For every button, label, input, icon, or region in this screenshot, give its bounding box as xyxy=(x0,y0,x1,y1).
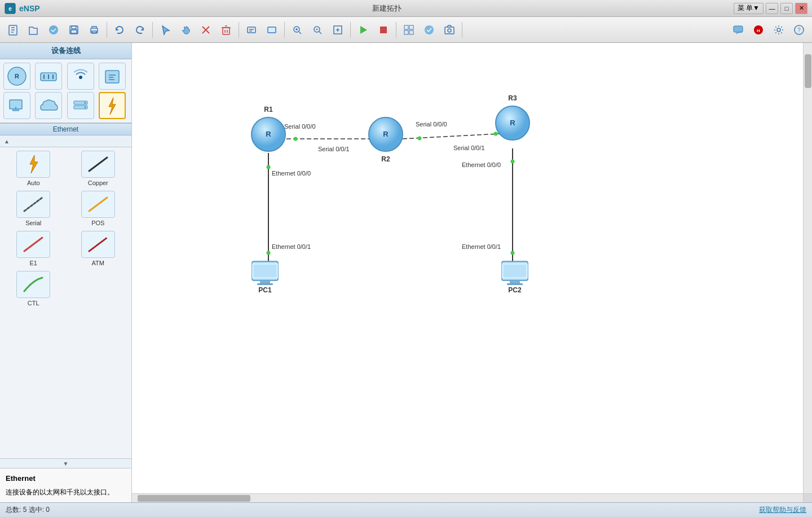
svg-rect-23 xyxy=(734,26,743,32)
huawei-button[interactable]: H xyxy=(749,20,768,40)
toolbar-sep-4 xyxy=(284,22,285,38)
menu-button[interactable]: 菜 单▼ xyxy=(734,3,764,14)
window-title: 新建拓扑 xyxy=(40,3,734,14)
cable-serial[interactable]: Serial xyxy=(3,191,64,226)
cable-e1[interactable]: E1 xyxy=(3,231,64,266)
cable-grid-container[interactable]: Auto Copper Serial xyxy=(0,147,131,458)
device-wireless-button[interactable] xyxy=(67,63,94,90)
maximize-button[interactable]: □ xyxy=(780,3,793,14)
vertical-scrollbar[interactable] xyxy=(803,43,812,493)
cable-atm-icon xyxy=(81,231,115,258)
device-storage-button[interactable] xyxy=(67,92,94,119)
device-firewall-button[interactable] xyxy=(99,63,126,90)
toolbar-sep-2 xyxy=(152,22,153,38)
device-switch-button[interactable] xyxy=(35,63,62,90)
print-button[interactable] xyxy=(85,20,104,40)
zoom-out-button[interactable] xyxy=(308,20,327,40)
save-as-button[interactable] xyxy=(44,20,63,40)
horizontal-scrollbar[interactable] xyxy=(132,493,803,502)
help-button[interactable]: ? xyxy=(789,20,809,40)
close-button[interactable]: ✕ xyxy=(795,3,807,14)
redo-button[interactable] xyxy=(130,20,149,40)
svg-text:R2: R2 xyxy=(381,155,390,163)
node-r1[interactable]: R R1 xyxy=(251,106,285,151)
status-left: 总数: 5 选中: 0 xyxy=(6,505,50,515)
link-r1-pc1-dot2 xyxy=(267,251,271,255)
toolbar-sep-1 xyxy=(107,22,107,38)
device-pc-button[interactable] xyxy=(3,92,30,119)
device-router-button[interactable]: R xyxy=(3,63,30,90)
statusbar: 总数: 5 选中: 0 获取帮助与反馈 xyxy=(0,502,812,517)
cable-copper-icon xyxy=(81,151,115,178)
label-r1-eth-top: Ethernet 0/0/0 xyxy=(272,170,311,177)
svg-text:e: e xyxy=(8,6,12,12)
label-r1-serial-top: Serial 0/0/0 xyxy=(284,123,316,130)
cable-ctl-label: CTL xyxy=(28,300,39,306)
label-r2-r3-serial-top: Serial 0/0/0 xyxy=(416,121,447,128)
svg-text:H: H xyxy=(757,28,760,33)
zoom-in-button[interactable] xyxy=(288,20,307,40)
svg-rect-60 xyxy=(260,281,270,283)
svg-rect-11 xyxy=(268,27,276,33)
titlebar: e eNSP 新建拓扑 菜 单▼ — □ ✕ xyxy=(0,0,812,17)
toolbar-sep-3 xyxy=(239,22,239,38)
sidebar: 设备连线 R xyxy=(0,43,132,502)
topology-svg: Serial 0/0/0 Serial 0/0/1 Serial 0/0/0 S… xyxy=(132,43,803,493)
device-auto-link-button[interactable] xyxy=(99,92,126,119)
svg-text:R3: R3 xyxy=(508,94,517,102)
new-button[interactable] xyxy=(3,20,23,40)
device-cloud-button[interactable] xyxy=(35,92,62,119)
stop-button[interactable] xyxy=(374,20,393,40)
capture-button[interactable] xyxy=(420,20,439,40)
cable-serial-icon xyxy=(16,191,50,218)
horizontal-scroll-thumb xyxy=(138,495,250,502)
node-pc1[interactable]: PC1 xyxy=(252,261,278,294)
svg-text:R: R xyxy=(510,119,515,127)
svg-rect-65 xyxy=(504,265,526,277)
canvas-area[interactable]: Serial 0/0/0 Serial 0/0/1 Serial 0/0/0 S… xyxy=(132,43,812,502)
scroll-corner xyxy=(803,493,812,502)
minimize-button[interactable]: — xyxy=(766,3,778,14)
chat-button[interactable] xyxy=(729,20,748,40)
svg-line-42 xyxy=(89,157,107,171)
svg-point-26 xyxy=(777,28,780,32)
link-r2-r3-dot1 xyxy=(418,137,422,141)
undo-button[interactable] xyxy=(110,20,129,40)
delete2-button[interactable] xyxy=(217,20,236,40)
cable-pos[interactable]: POS xyxy=(68,191,129,226)
cable-atm[interactable]: ATM xyxy=(68,231,129,266)
svg-text:PC1: PC1 xyxy=(258,286,272,294)
fit-button[interactable] xyxy=(328,20,347,40)
hand-button[interactable] xyxy=(176,20,195,40)
save-button[interactable] xyxy=(64,20,83,40)
cable-copper[interactable]: Copper xyxy=(68,151,129,186)
link-r3-pc2-dot2 xyxy=(511,251,515,255)
label-r1-r2-serial-bottom: Serial 0/0/1 xyxy=(318,146,350,152)
start-button[interactable] xyxy=(354,20,373,40)
grid-button[interactable] xyxy=(399,20,418,40)
scroll-down-button[interactable]: ▼ xyxy=(61,459,70,468)
text-button[interactable] xyxy=(242,20,261,40)
svg-rect-9 xyxy=(223,28,230,34)
screenshot-button[interactable] xyxy=(440,20,459,40)
delete-button[interactable] xyxy=(196,20,215,40)
cable-pos-label: POS xyxy=(91,220,104,226)
app-name: eNSP xyxy=(19,4,40,13)
cable-grid: Auto Copper Serial xyxy=(3,151,128,306)
node-r2[interactable]: R R2 xyxy=(369,117,403,163)
select-button[interactable] xyxy=(156,20,175,40)
node-r3[interactable]: R R3 xyxy=(496,94,529,140)
description-text: 连接设备的以太网和千兆以太接口。 xyxy=(6,487,126,498)
cable-ctl[interactable]: CTL xyxy=(3,271,64,306)
cable-auto[interactable]: Auto xyxy=(3,151,64,186)
node-pc2[interactable]: PC2 xyxy=(502,261,528,294)
open-button[interactable] xyxy=(24,20,43,40)
rect-button[interactable] xyxy=(262,20,281,40)
cable-e1-label: E1 xyxy=(30,260,37,266)
svg-line-45 xyxy=(24,238,42,251)
cable-copper-label: Copper xyxy=(88,179,108,186)
settings-button[interactable] xyxy=(769,20,788,40)
scroll-up-button[interactable]: ▲ xyxy=(2,137,11,146)
help-feedback-link[interactable]: 获取帮助与反馈 xyxy=(759,505,806,515)
svg-point-32 xyxy=(79,76,82,79)
